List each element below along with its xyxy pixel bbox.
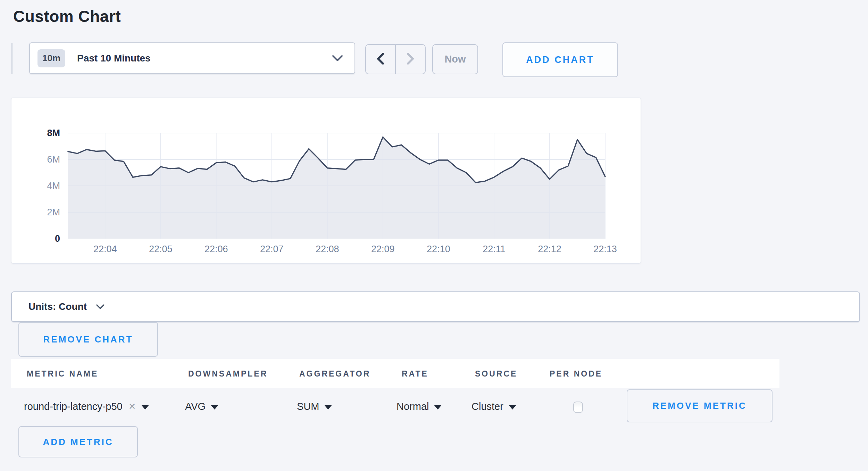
chevron-right-icon bbox=[405, 52, 416, 67]
remove-chart-button[interactable]: REMOVE CHART bbox=[18, 322, 158, 357]
time-range-dropdown[interactable]: 10m Past 10 Minutes bbox=[29, 42, 355, 74]
svg-text:2M: 2M bbox=[47, 207, 60, 217]
custom-chart-page: Custom Chart 10m Past 10 Minutes Now ADD… bbox=[0, 0, 868, 471]
col-header-rate: RATE bbox=[402, 369, 428, 378]
col-header-metric-name: METRIC NAME bbox=[27, 369, 98, 378]
caret-down-icon bbox=[211, 405, 218, 410]
downsampler-select[interactable]: AVG bbox=[185, 396, 218, 417]
chevron-down-icon bbox=[96, 304, 105, 309]
chevron-down-icon bbox=[332, 55, 343, 62]
col-header-per-node: PER NODE bbox=[550, 369, 602, 378]
caret-down-icon bbox=[434, 405, 442, 410]
source-value: Cluster bbox=[471, 401, 503, 412]
add-chart-button[interactable]: ADD CHART bbox=[502, 42, 618, 77]
metric-name-select[interactable]: round-trip-latency-p50 ✕ bbox=[24, 396, 149, 417]
clear-metric-icon[interactable]: ✕ bbox=[128, 401, 136, 412]
metrics-table-header: METRIC NAME DOWNSAMPLER AGGREGATOR RATE … bbox=[11, 359, 779, 388]
svg-text:22:07: 22:07 bbox=[260, 244, 284, 254]
chevron-left-icon bbox=[375, 52, 386, 67]
time-range-badge: 10m bbox=[37, 49, 65, 67]
time-range-label: Past 10 Minutes bbox=[77, 53, 151, 64]
rate-select[interactable]: Normal bbox=[397, 396, 442, 417]
svg-text:22:11: 22:11 bbox=[483, 244, 506, 254]
source-select[interactable]: Cluster bbox=[471, 396, 516, 417]
svg-text:0: 0 bbox=[55, 233, 60, 244]
svg-text:8M: 8M bbox=[47, 128, 60, 138]
page-title: Custom Chart bbox=[13, 7, 121, 26]
prev-time-button[interactable] bbox=[366, 45, 396, 74]
per-node-checkbox[interactable] bbox=[573, 402, 583, 413]
svg-text:22:12: 22:12 bbox=[538, 244, 561, 254]
timeseries-svg: 22:0422:0522:0622:0722:0822:0922:1022:11… bbox=[11, 98, 641, 264]
toolbar-left-rule bbox=[11, 43, 12, 74]
units-dropdown[interactable]: Units: Count bbox=[11, 291, 860, 322]
remove-metric-button[interactable]: REMOVE METRIC bbox=[627, 389, 773, 422]
svg-text:22:08: 22:08 bbox=[316, 244, 339, 254]
svg-text:22:04: 22:04 bbox=[93, 244, 117, 254]
col-header-source: SOURCE bbox=[475, 369, 517, 378]
col-header-downsampler: DOWNSAMPLER bbox=[188, 369, 268, 378]
svg-text:22:06: 22:06 bbox=[205, 244, 228, 254]
svg-text:6M: 6M bbox=[47, 154, 60, 165]
next-time-button[interactable] bbox=[396, 45, 425, 74]
aggregator-value: SUM bbox=[297, 401, 319, 412]
caret-down-icon bbox=[324, 405, 332, 410]
svg-text:4M: 4M bbox=[47, 181, 60, 191]
timeseries-chart-card: 22:0422:0522:0622:0722:0822:0922:1022:11… bbox=[11, 98, 641, 264]
caret-down-icon bbox=[509, 405, 516, 410]
aggregator-select[interactable]: SUM bbox=[297, 396, 332, 417]
col-header-aggregator: AGGREGATOR bbox=[299, 369, 370, 378]
time-nav-group bbox=[365, 44, 426, 74]
rate-value: Normal bbox=[397, 401, 429, 412]
units-label: Units: Count bbox=[28, 301, 87, 312]
svg-text:22:10: 22:10 bbox=[427, 244, 450, 254]
caret-down-icon bbox=[141, 405, 149, 410]
now-button[interactable]: Now bbox=[432, 44, 478, 74]
metric-name-value: round-trip-latency-p50 bbox=[24, 401, 123, 412]
svg-text:22:13: 22:13 bbox=[593, 244, 617, 254]
add-metric-button[interactable]: ADD METRIC bbox=[18, 426, 138, 457]
svg-text:22:09: 22:09 bbox=[371, 244, 395, 254]
svg-text:22:05: 22:05 bbox=[149, 244, 173, 254]
downsampler-value: AVG bbox=[185, 401, 206, 412]
